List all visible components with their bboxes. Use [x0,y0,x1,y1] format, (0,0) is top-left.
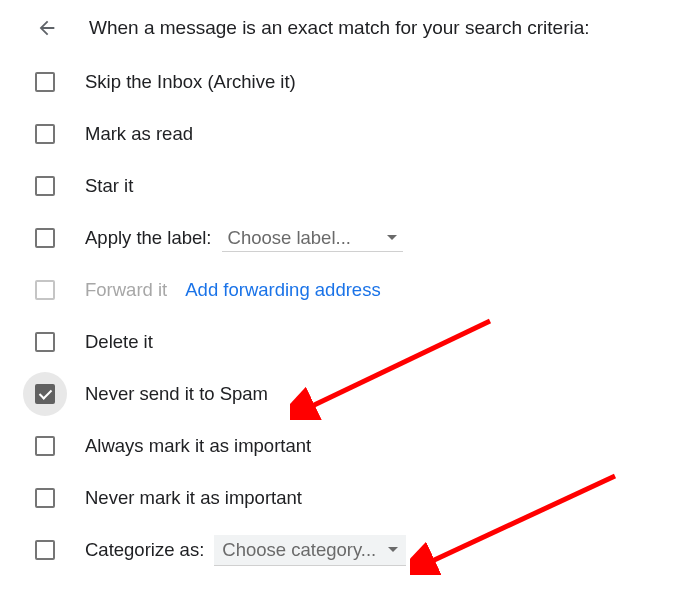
checkbox-skip-inbox[interactable] [35,72,55,92]
option-star-it: Star it [0,160,680,212]
label-apply-label: Apply the label: [85,227,212,249]
caret-down-icon [387,235,397,240]
apply-label-dropdown-text: Choose label... [228,227,351,249]
checkbox-apply-label[interactable] [35,228,55,248]
checkbox-categorize-as[interactable] [35,540,55,560]
checkbox-never-important[interactable] [35,488,55,508]
label-categorize-as: Categorize as: [85,539,204,561]
back-button[interactable] [35,16,59,40]
label-mark-read: Mark as read [85,123,193,145]
label-star-it: Star it [85,175,133,197]
option-skip-inbox: Skip the Inbox (Archive it) [0,56,680,108]
dialog-header: When a message is an exact match for you… [0,0,680,48]
option-categorize-as: Categorize as: Choose category... [0,524,680,576]
label-never-important: Never mark it as important [85,487,302,509]
option-delete-it: Delete it [0,316,680,368]
option-never-important: Never mark it as important [0,472,680,524]
add-forwarding-link[interactable]: Add forwarding address [185,279,380,301]
label-skip-inbox: Skip the Inbox (Archive it) [85,71,296,93]
checkbox-forward-it[interactable] [35,280,55,300]
apply-label-dropdown[interactable]: Choose label... [222,225,403,252]
checkbox-never-spam[interactable] [35,384,55,404]
option-never-spam: Never send it to Spam [0,368,680,420]
label-delete-it: Delete it [85,331,153,353]
checkbox-mark-read[interactable] [35,124,55,144]
arrow-left-icon [36,17,58,39]
option-forward-it: Forward it Add forwarding address [0,264,680,316]
checkbox-delete-it[interactable] [35,332,55,352]
categorize-dropdown-text: Choose category... [222,539,376,561]
option-mark-read: Mark as read [0,108,680,160]
checkbox-always-important[interactable] [35,436,55,456]
label-never-spam: Never send it to Spam [85,383,268,405]
option-always-important: Always mark it as important [0,420,680,472]
categorize-dropdown[interactable]: Choose category... [214,535,406,566]
label-always-important: Always mark it as important [85,435,311,457]
filter-options: Skip the Inbox (Archive it) Mark as read… [0,48,680,576]
label-forward-it: Forward it [85,279,167,301]
caret-down-icon [388,547,398,552]
checkbox-star-it[interactable] [35,176,55,196]
option-apply-label: Apply the label: Choose label... [0,212,680,264]
header-title: When a message is an exact match for you… [89,17,590,39]
